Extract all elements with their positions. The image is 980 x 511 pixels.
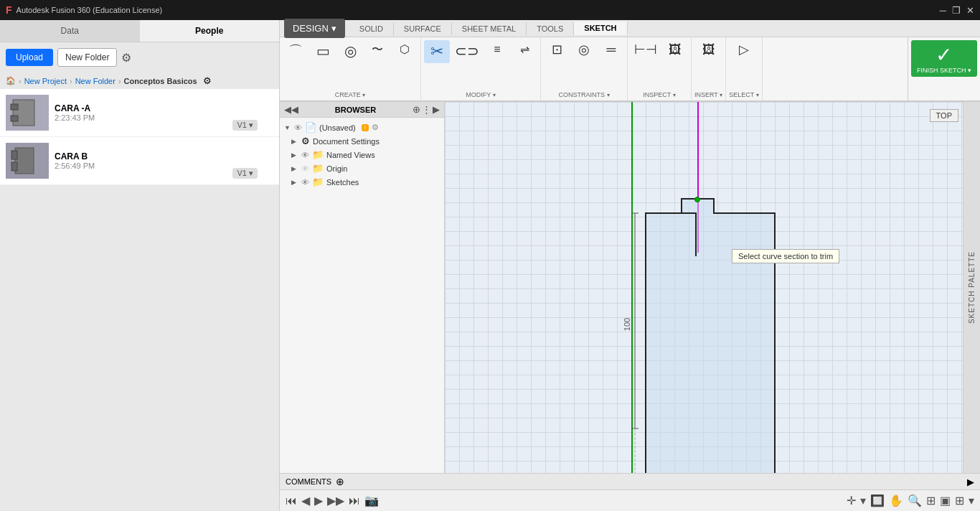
view-display-btn[interactable]: ▣ [940,494,951,507]
finish-sketch-button[interactable]: ✓ FINISH SKETCH ▾ [911,40,977,77]
browser-title: BROWSER [335,106,376,114]
top-label-text: TOP [936,111,952,120]
nav-start-btn[interactable]: ⏮ [286,494,297,507]
browser-collapse-btn[interactable]: ◀◀ [284,104,298,115]
new-folder-button[interactable]: New Folder [57,48,117,67]
file-item-cara-b[interactable]: CARA B 2:56:49 PM V1 ▾ [0,137,279,185]
tab-tools[interactable]: TOOLS [527,22,574,35]
constraint-coincident-btn[interactable]: ⊡ [544,40,570,60]
view-zoomfit-btn[interactable]: ⊞ [926,494,936,507]
comments-add-btn[interactable]: ⊕ [336,476,344,487]
tab-sheet-metal[interactable]: SHEET METAL [452,22,527,35]
browser-panel: ◀◀ BROWSER ⊕ ⋮ ▶ ▼ 👁 📄 (Unsaved) ! ⚙ [280,102,445,473]
settings-button[interactable]: ⚙ [121,51,131,65]
constraint-equal-btn[interactable]: ═ [598,40,624,60]
mirror-btn[interactable]: ⇌ [512,40,537,58]
arc-icon: ⌒ [288,42,303,60]
comments-expand-btn[interactable]: ▶ [967,477,974,487]
breadcrumb-settings-btn[interactable]: ⚙ [203,75,212,86]
sketch-canvas[interactable]: 100 50 Select curve section to trim TOP … [445,102,980,473]
view-zoom-btn[interactable]: 🔍 [908,494,922,507]
comments-label: COMMENTS [286,477,331,486]
close-btn[interactable]: ✕ [966,5,974,16]
nav-camera-btn[interactable]: 📷 [364,494,379,507]
coincident-icon: ⊡ [552,42,562,58]
file-thumb-cara-b [6,143,49,179]
browser-dots-btn[interactable]: ⋮ [422,104,431,115]
tab-solid[interactable]: SOLID [349,22,394,35]
tree-eye-views[interactable]: 👁 [301,151,309,159]
nav-prev-btn[interactable]: ◀ [301,494,310,507]
insert-section: 🖼 INSERT ▾ [692,37,726,100]
tree-item-unsaved[interactable]: ▼ 👁 📄 (Unsaved) ! ⚙ [280,121,444,134]
select-btn[interactable]: ▷ [731,40,757,60]
app-title: Autodesk Fusion 360 (Education License) [17,6,163,14]
sketch-palette[interactable]: SKETCH PALETTE [963,102,980,473]
project-icon: ≡ [494,42,500,56]
view-grid-dropdown-btn[interactable]: ▾ [969,494,974,507]
browser-header: ◀◀ BROWSER ⊕ ⋮ ▶ [280,102,444,118]
trim-tooltip: Select curve section to trim [732,249,839,263]
view-grid-btn[interactable]: ⊞ [955,494,964,507]
sidebar-actions: Upload New Folder ⚙ [0,42,279,72]
main-row: ◀◀ BROWSER ⊕ ⋮ ▶ ▼ 👁 📄 (Unsaved) ! ⚙ [280,102,980,473]
create-circle-btn[interactable]: ◎ [337,40,363,62]
breadcrumb-home[interactable]: 🏠 [6,76,16,85]
measure-btn[interactable]: ⊢⊣ [631,40,661,60]
sidebar-tab-data[interactable]: Data [0,20,140,42]
view-orbit-btn[interactable]: ✋ [889,494,903,507]
upload-button[interactable]: Upload [6,49,53,66]
tree-eye-sketches[interactable]: 👁 [301,178,309,187]
tree-arrow-origin: ▶ [291,165,298,172]
maximize-btn[interactable]: ❐ [952,5,961,16]
create-polygon-btn[interactable]: ⬡ [392,40,418,58]
tree-settings-unsaved[interactable]: ⚙ [372,123,379,132]
tree-label-views: Named Views [326,151,375,159]
tab-surface[interactable]: SURFACE [394,22,452,35]
nav-next-btn[interactable]: ▶▶ [327,494,344,507]
nav-end-btn[interactable]: ⏭ [349,494,360,507]
create-rect-btn[interactable]: ▭ [310,40,336,62]
tree-label-unsaved: (Unsaved) [319,123,356,132]
constraint-concentric-btn[interactable]: ◎ [571,40,597,60]
tree-eye-origin[interactable]: 👁 [301,164,309,173]
tree-eye-unsaved[interactable]: 👁 [294,123,302,132]
tree-item-origin[interactable]: ▶ 👁 📁 Origin [280,161,444,175]
tree-item-doc-settings[interactable]: ▶ ⚙ Document Settings [280,134,444,148]
browser-tree: ▼ 👁 📄 (Unsaved) ! ⚙ ▶ ⚙ Document Setting… [280,118,444,192]
inspect-2-btn[interactable]: 🖼 [662,40,688,60]
minimize-btn[interactable]: ─ [940,5,946,16]
breadcrumb-folder[interactable]: New Folder [75,77,116,85]
select-icon: ▷ [739,42,749,58]
trim-btn[interactable]: ✂ [424,40,450,63]
unsaved-badge: ! [362,124,369,131]
browser-add-btn[interactable]: ⊕ [413,104,420,115]
file-name-cara-b: CARA B [55,151,273,161]
view-cube-btn[interactable]: 🔲 [870,494,885,507]
create-arc-btn[interactable]: ⌒ [283,40,308,62]
top-label: TOP [930,109,958,122]
design-button[interactable]: DESIGN ▾ [284,19,345,38]
offset-btn[interactable]: ⊂⊃ [451,40,483,62]
breadcrumb: 🏠 › New Project › New Folder › Conceptos… [0,72,279,89]
project-btn[interactable]: ≡ [484,40,510,58]
svg-rect-2 [11,116,18,121]
constraints-section: ⊡ ◎ ═ CONSTRAINTS ▾ [541,37,628,100]
view-dropdown-btn[interactable]: ▾ [860,494,866,507]
file-item-cara-a[interactable]: CARA -A 2:23:43 PM V1 ▾ [0,89,279,137]
insert-label: INSERT ▾ [694,90,722,100]
create-spline-btn[interactable]: 〜 [364,40,390,58]
trim-icon: ✂ [430,42,443,61]
nav-play-btn[interactable]: ▶ [314,494,323,507]
concentric-icon: ◎ [578,42,590,58]
browser-right-btn[interactable]: ▶ [433,104,440,115]
tab-sketch[interactable]: SKETCH [574,22,627,35]
sidebar-tab-people[interactable]: People [140,20,280,42]
breadcrumb-project[interactable]: New Project [24,77,67,85]
tree-icon-sketches: 📁 [312,177,324,187]
view-move-btn[interactable]: ✛ [847,494,856,507]
svg-rect-3 [15,148,34,174]
tree-item-named-views[interactable]: ▶ 👁 📁 Named Views [280,148,444,161]
tree-item-sketches[interactable]: ▶ 👁 📁 Sketches [280,175,444,189]
insert-image-btn[interactable]: 🖼 [696,40,722,60]
